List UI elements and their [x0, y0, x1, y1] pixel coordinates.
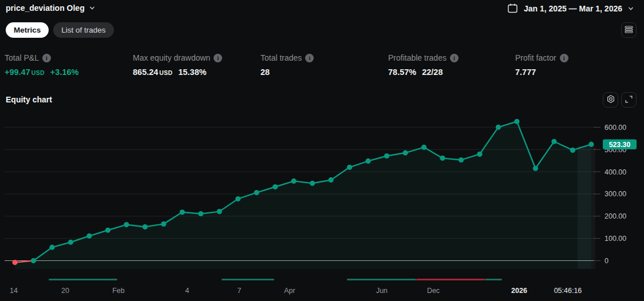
report-layout-icon	[625, 25, 633, 35]
equity-data-point	[402, 150, 408, 155]
chart-settings-button[interactable]	[603, 92, 618, 108]
date-range-label: Jan 1, 2025 — Mar 1, 2026	[524, 4, 622, 13]
stat-value: 78.57%	[388, 68, 416, 77]
y-axis-label: 300.00	[605, 190, 626, 198]
y-axis-label: 600.00	[605, 124, 626, 132]
equity-data-point	[533, 166, 538, 171]
equity-data-point	[31, 258, 36, 263]
y-axis-label: 200.00	[605, 212, 626, 220]
equity-data-point	[86, 233, 92, 239]
info-icon[interactable]: i	[560, 54, 568, 62]
session-bar	[49, 279, 117, 280]
y-axis-label: 100.00	[605, 235, 626, 243]
equity-data-point	[384, 153, 389, 159]
equity-data-point	[124, 222, 129, 227]
equity-data-point	[198, 211, 203, 216]
y-axis-label: 0	[605, 257, 609, 265]
tab-metrics[interactable]: Metrics	[6, 22, 49, 38]
equity-chart-title: Equity chart	[6, 95, 52, 104]
stat-total-trades: Total tradesi 28	[260, 53, 384, 77]
chevron-down-icon	[89, 5, 95, 11]
stat-unit: USD	[31, 69, 45, 76]
equity-data-point	[105, 228, 110, 233]
x-axis-label: 4	[185, 287, 189, 295]
equity-data-point	[12, 260, 17, 265]
last-value-label: 523.30	[609, 141, 631, 149]
session-bar	[485, 279, 502, 280]
equity-data-point	[217, 209, 222, 214]
equity-data-point	[570, 148, 575, 153]
x-axis-label: 7	[238, 287, 242, 295]
chevron-down-icon	[628, 6, 634, 11]
y-axis-label: 400.00	[605, 168, 626, 176]
equity-data-point	[180, 209, 185, 215]
equity-data-point	[366, 159, 371, 164]
session-bar	[347, 279, 416, 280]
equity-data-point	[68, 240, 73, 245]
settings-icon	[606, 94, 615, 105]
x-axis-label: 14	[10, 287, 18, 295]
report-layout-button[interactable]	[621, 22, 637, 38]
stat-label: Total P&L	[5, 53, 39, 62]
strategy-title: price_deviation Oleg	[6, 3, 85, 13]
x-axis-label: 2026	[511, 287, 527, 295]
equity-data-point	[551, 139, 556, 144]
equity-data-point	[347, 165, 352, 170]
equity-data-point	[421, 145, 426, 150]
stat-max-drawdown: Max equity drawdowni 865.24USD15.38%	[133, 53, 256, 77]
session-bar	[222, 279, 274, 280]
equity-data-point	[440, 156, 445, 161]
stat-value: 7.777	[515, 68, 536, 77]
calendar-icon	[507, 3, 518, 14]
stat-total-pnl: Total P&Li +99.47USD+3.16%	[5, 53, 128, 77]
equity-data-point	[477, 152, 482, 157]
equity-data-point	[310, 181, 315, 186]
chart-toolbar	[603, 92, 637, 108]
stat-secondary: +3.16%	[50, 68, 79, 77]
stat-value: +99.47	[5, 68, 30, 77]
fullscreen-icon	[625, 95, 633, 105]
stat-label: Max equity drawdown	[133, 53, 210, 62]
x-axis-label: Jun	[376, 287, 388, 295]
stat-label: Total trades	[260, 53, 302, 62]
session-bar	[416, 279, 485, 280]
x-axis-label: 20	[61, 287, 69, 295]
equity-area-fill	[15, 121, 591, 269]
date-range-selector[interactable]: Jan 1, 2025 — Mar 1, 2026	[507, 3, 634, 14]
equity-data-point	[514, 119, 519, 124]
stat-profit-factor: Profit factori 7.777	[515, 53, 638, 77]
equity-chart[interactable]: 600.00500.00400.00300.00200.00100.000523…	[0, 112, 644, 301]
equity-data-point	[291, 179, 297, 184]
equity-data-point	[272, 184, 278, 189]
stat-profitable-trades: Profitable tradesi 78.57%22/28	[388, 53, 511, 77]
x-axis-label: Apr	[284, 287, 295, 295]
x-axis-label: Feb	[112, 287, 125, 295]
info-icon[interactable]: i	[42, 54, 51, 62]
stat-value: 865.24	[133, 68, 158, 77]
report-tabs: Metrics List of trades	[6, 22, 114, 38]
info-icon[interactable]: i	[214, 54, 222, 62]
equity-data-point	[329, 177, 334, 183]
x-axis-label: 05:46:16	[554, 287, 582, 295]
stat-secondary: 15.38%	[178, 68, 206, 77]
strategy-selector[interactable]: price_deviation Oleg	[6, 3, 95, 13]
x-axis-label: Dec	[427, 287, 440, 295]
info-icon[interactable]: i	[305, 54, 314, 62]
fullscreen-button[interactable]	[621, 92, 637, 108]
equity-data-point	[588, 142, 594, 147]
strategy-tester-panel: price_deviation Oleg Jan 1, 2025 — Mar 1…	[0, 0, 644, 301]
stat-label: Profitable trades	[388, 53, 447, 62]
stat-label: Profit factor	[515, 53, 556, 62]
stat-unit: USD	[159, 69, 172, 76]
stat-value: 28	[260, 68, 270, 77]
equity-data-point	[235, 196, 240, 201]
equity-data-point	[143, 224, 148, 229]
equity-data-point	[161, 221, 166, 227]
equity-data-point	[496, 125, 501, 130]
equity-data-point	[254, 190, 259, 195]
equity-data-point	[49, 245, 54, 250]
equity-data-point	[459, 157, 464, 163]
stat-secondary: 22/28	[422, 68, 442, 77]
info-icon[interactable]: i	[450, 54, 459, 62]
tab-list-of-trades[interactable]: List of trades	[53, 22, 113, 38]
